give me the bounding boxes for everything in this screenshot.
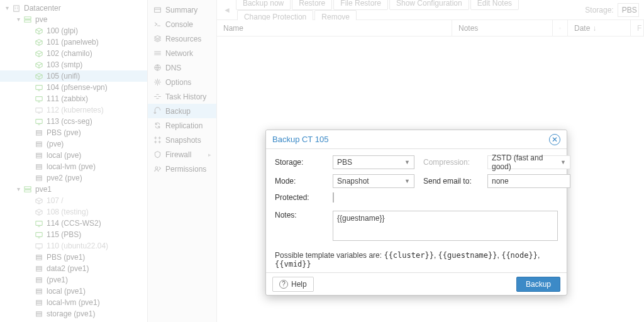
template-hint: Possible template variables are: {{clust… <box>275 251 558 269</box>
mode-field-label: Mode: <box>275 177 324 186</box>
notes-field[interactable]: {{guestname}} <box>333 211 558 241</box>
email-field-label: Send email to: <box>423 177 479 186</box>
chevron-down-icon: ▼ <box>404 178 410 184</box>
storage-field-label: Storage: <box>275 158 324 167</box>
backup-button[interactable]: Backup <box>516 277 560 292</box>
email-field[interactable]: none <box>487 174 570 188</box>
help-icon: ? <box>279 280 288 289</box>
help-button[interactable]: ?Help <box>272 277 314 292</box>
compression-field-label: Compression: <box>423 158 479 167</box>
storage-field[interactable]: PBS▼ <box>333 155 414 169</box>
chevron-down-icon: ▼ <box>560 159 566 165</box>
dialog-title: Backup CT 105 <box>272 135 328 144</box>
notes-field-label: Notes: <box>275 211 324 241</box>
chevron-down-icon: ▼ <box>404 159 410 165</box>
protected-checkbox[interactable] <box>333 192 334 203</box>
compression-field: ZSTD (fast and good)▼ <box>487 155 570 169</box>
backup-dialog: Backup CT 105 ✕ Storage: PBS▼ Compressio… <box>265 130 567 296</box>
mode-field[interactable]: Snapshot▼ <box>333 174 414 188</box>
protected-field-label: Protected: <box>275 193 324 202</box>
close-icon[interactable]: ✕ <box>549 134 560 145</box>
dialog-header: Backup CT 105 ✕ <box>266 130 567 149</box>
